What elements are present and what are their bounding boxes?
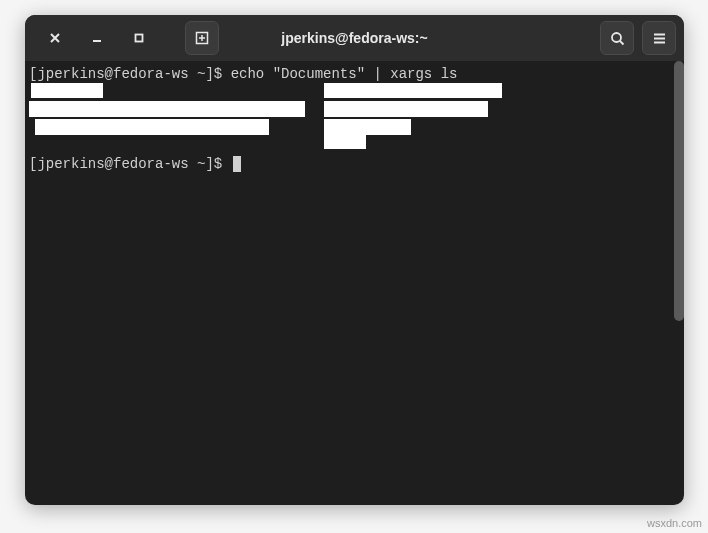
search-button[interactable] [600, 21, 634, 55]
new-tab-button[interactable] [185, 21, 219, 55]
redacted-block [324, 135, 366, 149]
hamburger-icon [652, 31, 667, 46]
scrollbar[interactable] [674, 61, 684, 321]
command-output [29, 83, 680, 155]
window-title: jperkins@fedora-ws:~ [281, 30, 427, 46]
titlebar: jperkins@fedora-ws:~ [25, 15, 684, 61]
terminal-window: jperkins@fedora-ws:~ [jperkins@fedora-ws… [25, 15, 684, 505]
terminal-body[interactable]: [jperkins@fedora-ws ~]$ echo "Documents"… [25, 61, 684, 505]
close-icon [49, 32, 61, 44]
minimize-icon [91, 32, 103, 44]
window-controls-right [600, 21, 676, 55]
window-controls-left [41, 21, 219, 55]
terminal-line-1: [jperkins@fedora-ws ~]$ echo "Documents"… [29, 65, 680, 83]
command-text: echo "Documents" | xargs ls [231, 66, 458, 82]
redacted-block [324, 119, 411, 135]
close-button[interactable] [41, 24, 69, 52]
redacted-block [324, 101, 488, 117]
search-icon [610, 31, 625, 46]
new-tab-icon [194, 30, 210, 46]
watermark: wsxdn.com [647, 517, 702, 529]
prompt: [jperkins@fedora-ws ~]$ [29, 66, 231, 82]
svg-rect-0 [136, 35, 143, 42]
minimize-button[interactable] [83, 24, 111, 52]
hamburger-menu-button[interactable] [642, 21, 676, 55]
cursor [233, 156, 241, 172]
svg-point-2 [612, 33, 621, 42]
maximize-button[interactable] [125, 24, 153, 52]
redacted-block [31, 83, 103, 98]
redacted-block [324, 83, 502, 98]
terminal-line-2: [jperkins@fedora-ws ~]$ [29, 155, 680, 173]
prompt: [jperkins@fedora-ws ~]$ [29, 156, 231, 172]
maximize-icon [133, 32, 145, 44]
redacted-block [35, 119, 269, 135]
redacted-block [29, 101, 305, 117]
